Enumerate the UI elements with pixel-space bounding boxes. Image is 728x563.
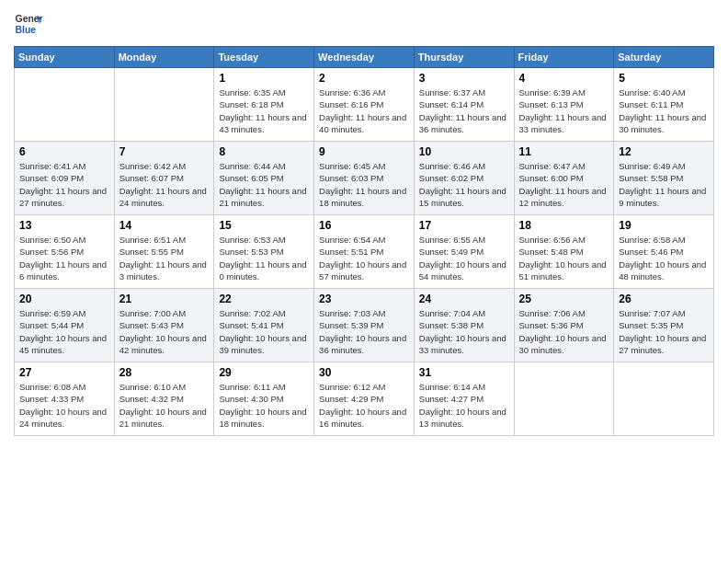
day-info: Sunrise: 6:45 AM Sunset: 6:03 PM Dayligh… — [319, 160, 409, 209]
day-number: 7 — [119, 145, 210, 158]
day-info: Sunrise: 6:12 AM Sunset: 4:29 PM Dayligh… — [319, 381, 409, 430]
day-info: Sunrise: 6:54 AM Sunset: 5:51 PM Dayligh… — [319, 234, 409, 282]
day-info: Sunrise: 6:56 AM Sunset: 5:48 PM Dayligh… — [519, 234, 609, 282]
day-info: Sunrise: 6:36 AM Sunset: 6:16 PM Dayligh… — [319, 86, 409, 135]
day-info: Sunrise: 6:46 AM Sunset: 6:02 PM Dayligh… — [419, 160, 509, 209]
calendar-table: SundayMondayTuesdayWednesdayThursdayFrid… — [14, 46, 714, 436]
calendar-cell — [514, 362, 614, 436]
calendar-cell: 25Sunrise: 7:06 AM Sunset: 5:36 PM Dayli… — [514, 289, 614, 362]
calendar-cell: 30Sunrise: 6:12 AM Sunset: 4:29 PM Dayli… — [314, 362, 415, 436]
day-number: 2 — [319, 72, 409, 85]
day-number: 3 — [419, 72, 509, 85]
logo: General Blue — [14, 9, 43, 39]
logo-icon: General Blue — [14, 9, 43, 39]
day-number: 20 — [19, 293, 109, 305]
day-number: 1 — [219, 72, 309, 85]
day-number: 30 — [319, 366, 409, 379]
calendar-cell: 15Sunrise: 6:53 AM Sunset: 5:53 PM Dayli… — [214, 215, 314, 289]
calendar-cell: 18Sunrise: 6:56 AM Sunset: 5:48 PM Dayli… — [514, 215, 614, 289]
calendar-cell: 4Sunrise: 6:39 AM Sunset: 6:13 PM Daylig… — [514, 68, 614, 142]
day-number: 18 — [519, 219, 609, 232]
day-number: 29 — [219, 366, 309, 379]
calendar-cell: 27Sunrise: 6:08 AM Sunset: 4:33 PM Dayli… — [15, 362, 115, 436]
day-number: 15 — [219, 219, 309, 232]
day-number: 27 — [19, 366, 109, 379]
day-info: Sunrise: 7:06 AM Sunset: 5:36 PM Dayligh… — [519, 307, 609, 356]
calendar-cell: 23Sunrise: 7:03 AM Sunset: 5:39 PM Dayli… — [314, 289, 415, 362]
calendar-cell: 7Sunrise: 6:42 AM Sunset: 6:07 PM Daylig… — [114, 142, 214, 215]
day-info: Sunrise: 7:02 AM Sunset: 5:41 PM Dayligh… — [219, 307, 309, 356]
day-info: Sunrise: 6:51 AM Sunset: 5:55 PM Dayligh… — [119, 234, 210, 282]
weekday-header: Tuesday — [214, 47, 314, 68]
calendar-cell: 6Sunrise: 6:41 AM Sunset: 6:09 PM Daylig… — [15, 142, 115, 215]
calendar-cell: 16Sunrise: 6:54 AM Sunset: 5:51 PM Dayli… — [314, 215, 415, 289]
day-number: 24 — [419, 293, 509, 305]
day-number: 23 — [319, 293, 409, 305]
day-info: Sunrise: 7:00 AM Sunset: 5:43 PM Dayligh… — [119, 307, 210, 356]
calendar-cell: 9Sunrise: 6:45 AM Sunset: 6:03 PM Daylig… — [314, 142, 415, 215]
page: General Blue SundayMondayTuesdayWednesda… — [0, 0, 728, 563]
day-info: Sunrise: 6:49 AM Sunset: 5:58 PM Dayligh… — [619, 160, 709, 209]
day-number: 14 — [119, 219, 210, 232]
day-info: Sunrise: 6:10 AM Sunset: 4:32 PM Dayligh… — [119, 381, 210, 430]
day-info: Sunrise: 6:47 AM Sunset: 6:00 PM Dayligh… — [519, 160, 609, 209]
calendar-cell: 1Sunrise: 6:35 AM Sunset: 6:18 PM Daylig… — [214, 68, 314, 142]
day-number: 26 — [619, 293, 709, 305]
day-info: Sunrise: 6:39 AM Sunset: 6:13 PM Dayligh… — [519, 86, 609, 135]
day-number: 9 — [319, 145, 409, 158]
day-number: 13 — [19, 219, 109, 232]
calendar-week-row: 6Sunrise: 6:41 AM Sunset: 6:09 PM Daylig… — [15, 142, 714, 215]
day-number: 11 — [519, 145, 609, 158]
calendar-cell: 2Sunrise: 6:36 AM Sunset: 6:16 PM Daylig… — [314, 68, 415, 142]
day-number: 28 — [119, 366, 210, 379]
day-number: 17 — [419, 219, 509, 232]
calendar-cell — [114, 68, 214, 142]
day-info: Sunrise: 7:03 AM Sunset: 5:39 PM Dayligh… — [319, 307, 409, 356]
calendar-cell: 19Sunrise: 6:58 AM Sunset: 5:46 PM Dayli… — [614, 215, 714, 289]
day-info: Sunrise: 6:53 AM Sunset: 5:53 PM Dayligh… — [219, 234, 309, 282]
weekday-header: Saturday — [614, 47, 714, 68]
day-info: Sunrise: 6:11 AM Sunset: 4:30 PM Dayligh… — [219, 381, 309, 430]
day-info: Sunrise: 6:37 AM Sunset: 6:14 PM Dayligh… — [419, 86, 509, 135]
calendar-cell: 17Sunrise: 6:55 AM Sunset: 5:49 PM Dayli… — [414, 215, 514, 289]
calendar-cell: 13Sunrise: 6:50 AM Sunset: 5:56 PM Dayli… — [15, 215, 115, 289]
day-number: 31 — [419, 366, 509, 379]
day-number: 21 — [119, 293, 210, 305]
day-info: Sunrise: 6:41 AM Sunset: 6:09 PM Dayligh… — [19, 160, 109, 209]
weekday-header: Friday — [514, 47, 614, 68]
day-info: Sunrise: 7:04 AM Sunset: 5:38 PM Dayligh… — [419, 307, 509, 356]
day-number: 8 — [219, 145, 309, 158]
day-info: Sunrise: 7:07 AM Sunset: 5:35 PM Dayligh… — [619, 307, 709, 356]
weekday-header: Monday — [114, 47, 214, 68]
day-info: Sunrise: 6:42 AM Sunset: 6:07 PM Dayligh… — [119, 160, 210, 209]
calendar-week-row: 27Sunrise: 6:08 AM Sunset: 4:33 PM Dayli… — [15, 362, 714, 436]
day-info: Sunrise: 6:55 AM Sunset: 5:49 PM Dayligh… — [419, 234, 509, 282]
day-number: 5 — [619, 72, 709, 85]
calendar-week-row: 1Sunrise: 6:35 AM Sunset: 6:18 PM Daylig… — [15, 68, 714, 142]
day-number: 16 — [319, 219, 409, 232]
day-number: 25 — [519, 293, 609, 305]
calendar-cell: 3Sunrise: 6:37 AM Sunset: 6:14 PM Daylig… — [414, 68, 514, 142]
calendar-cell: 24Sunrise: 7:04 AM Sunset: 5:38 PM Dayli… — [414, 289, 514, 362]
calendar-cell: 31Sunrise: 6:14 AM Sunset: 4:27 PM Dayli… — [414, 362, 514, 436]
calendar-cell: 10Sunrise: 6:46 AM Sunset: 6:02 PM Dayli… — [414, 142, 514, 215]
calendar-cell: 22Sunrise: 7:02 AM Sunset: 5:41 PM Dayli… — [214, 289, 314, 362]
day-number: 4 — [519, 72, 609, 85]
day-info: Sunrise: 6:44 AM Sunset: 6:05 PM Dayligh… — [219, 160, 309, 209]
calendar-cell: 21Sunrise: 7:00 AM Sunset: 5:43 PM Dayli… — [114, 289, 214, 362]
calendar-cell: 29Sunrise: 6:11 AM Sunset: 4:30 PM Dayli… — [214, 362, 314, 436]
calendar-header-row: SundayMondayTuesdayWednesdayThursdayFrid… — [15, 47, 714, 68]
day-info: Sunrise: 6:50 AM Sunset: 5:56 PM Dayligh… — [19, 234, 109, 282]
calendar-cell: 28Sunrise: 6:10 AM Sunset: 4:32 PM Dayli… — [114, 362, 214, 436]
calendar-cell — [15, 68, 115, 142]
day-number: 22 — [219, 293, 309, 305]
day-info: Sunrise: 6:35 AM Sunset: 6:18 PM Dayligh… — [219, 86, 309, 135]
weekday-header: Wednesday — [314, 47, 415, 68]
weekday-header: Thursday — [414, 47, 514, 68]
calendar-cell: 8Sunrise: 6:44 AM Sunset: 6:05 PM Daylig… — [214, 142, 314, 215]
day-number: 6 — [19, 145, 109, 158]
calendar-cell — [614, 362, 714, 436]
calendar-week-row: 13Sunrise: 6:50 AM Sunset: 5:56 PM Dayli… — [15, 215, 714, 289]
calendar-cell: 5Sunrise: 6:40 AM Sunset: 6:11 PM Daylig… — [614, 68, 714, 142]
svg-text:Blue: Blue — [16, 25, 37, 35]
